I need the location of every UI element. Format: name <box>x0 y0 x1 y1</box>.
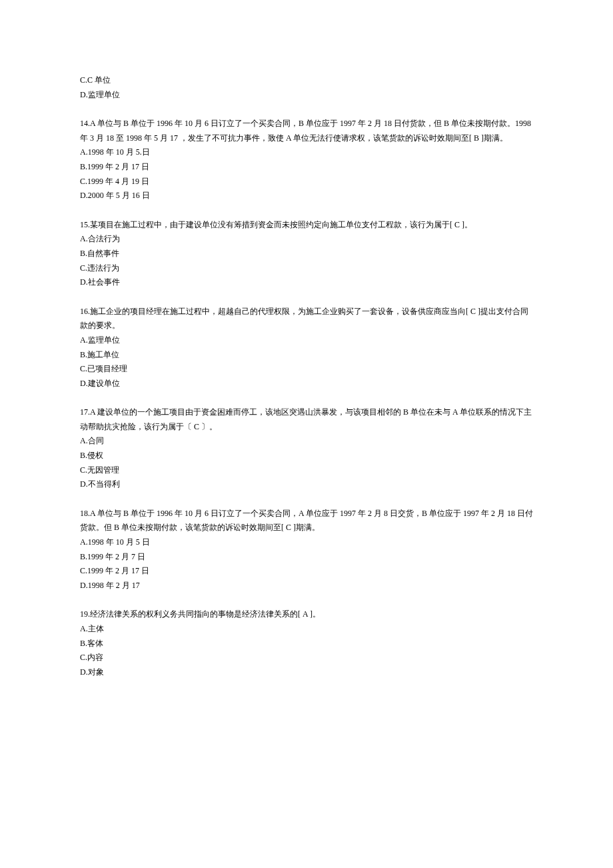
option-a: A.1998 年 10 月 5 日 <box>80 535 533 550</box>
question-text: 16.施工企业的项目经理在施工过程中，超越自己的代理权限，为施工企业购买了一套设… <box>80 305 533 333</box>
option-b: B.客体 <box>80 637 533 651</box>
question-text: 18.A 单位与 B 单位于 1996 年 10 月 6 日订立了一个买卖合同，… <box>80 507 533 535</box>
question-17: 17.A 建设单位的一个施工项目由于资金困难而停工，该地区突遇山洪暴发，与该项目… <box>80 405 533 492</box>
option-c: C.1999 年 4 月 19 日 <box>80 175 533 189</box>
option-b: B.施工单位 <box>80 348 533 363</box>
option-d: D.不当得利 <box>80 477 533 492</box>
option-b: B.1999 年 2 月 7 日 <box>80 550 533 565</box>
question-19: 19.经济法律关系的权利义务共同指向的事物是经济法律关系的[ A ]。 A.主体… <box>80 607 533 679</box>
question-text: 15.某项目在施工过程中，由于建设单位没有筹措到资金而未按照约定向施工单位支付工… <box>80 218 533 233</box>
option-a: A.1998 年 10 月 5.日 <box>80 145 533 160</box>
question-text: 14.A 单位与 B 单位于 1996 年 10 月 6 日订立了一个买卖合同，… <box>80 117 533 145</box>
option-a: A.监理单位 <box>80 333 533 348</box>
option-b: B.1999 年 2 月 17 日 <box>80 160 533 175</box>
question-15: 15.某项目在施工过程中，由于建设单位没有筹措到资金而未按照约定向施工单位支付工… <box>80 218 533 290</box>
question-13-tail: C.C 单位 D.监理单位 <box>80 73 533 102</box>
option-d: D.对象 <box>80 665 533 680</box>
option-c: C.内容 <box>80 651 533 665</box>
option-a: A.主体 <box>80 622 533 637</box>
option-a: A.合同 <box>80 434 533 449</box>
option-d: D.1998 年 2 月 17 <box>80 579 533 593</box>
option-c: C.已项目经理 <box>80 362 533 377</box>
option-c: C.违法行为 <box>80 261 533 276</box>
question-16: 16.施工企业的项目经理在施工过程中，超越自己的代理权限，为施工企业购买了一套设… <box>80 305 533 391</box>
option-c: C.C 单位 <box>80 73 533 88</box>
option-b: B.自然事件 <box>80 247 533 261</box>
option-c: C.无因管理 <box>80 463 533 478</box>
option-d: D.建设单位 <box>80 377 533 391</box>
document-page: C.C 单位 D.监理单位 14.A 单位与 B 单位于 1996 年 10 月… <box>0 0 613 868</box>
option-d: D.社会事件 <box>80 275 533 290</box>
question-14: 14.A 单位与 B 单位于 1996 年 10 月 6 日订立了一个买卖合同，… <box>80 117 533 203</box>
question-text: 19.经济法律关系的权利义务共同指向的事物是经济法律关系的[ A ]。 <box>80 607 533 622</box>
option-c: C.1999 年 2 月 17 日 <box>80 564 533 579</box>
option-a: A.合法行为 <box>80 232 533 247</box>
question-18: 18.A 单位与 B 单位于 1996 年 10 月 6 日订立了一个买卖合同，… <box>80 507 533 593</box>
option-d: D.监理单位 <box>80 88 533 103</box>
option-b: B.侵权 <box>80 449 533 463</box>
option-d: D.2000 年 5 月 16 日 <box>80 189 533 203</box>
question-text: 17.A 建设单位的一个施工项目由于资金困难而停工，该地区突遇山洪暴发，与该项目… <box>80 405 533 434</box>
